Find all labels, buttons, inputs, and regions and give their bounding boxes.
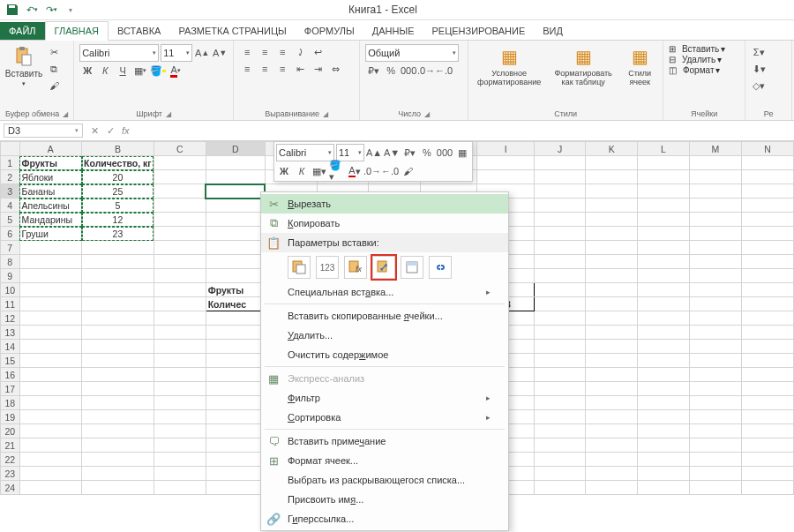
number-format-select[interactable]: Общий▾ <box>365 44 459 62</box>
cell-C6[interactable] <box>154 227 206 241</box>
cell-D18[interactable] <box>206 396 265 410</box>
cell-B21[interactable] <box>82 438 154 453</box>
cell-K15[interactable] <box>586 354 638 368</box>
cell-B8[interactable] <box>82 255 154 269</box>
bold-button[interactable]: Ж <box>79 63 95 79</box>
font-name-select[interactable]: Calibri▾ <box>79 44 159 62</box>
cell-N7[interactable] <box>741 241 793 255</box>
cell-B23[interactable] <box>82 467 154 481</box>
cell-N22[interactable] <box>741 453 793 467</box>
cell-N23[interactable] <box>741 467 793 481</box>
row-header-9[interactable]: 9 <box>1 269 20 283</box>
fill-color-icon[interactable]: 🪣 <box>150 63 166 79</box>
cell-C15[interactable] <box>154 354 206 368</box>
col-header-A[interactable]: A <box>19 142 82 156</box>
cell-A21[interactable] <box>19 438 82 453</box>
cell-B20[interactable] <box>82 424 154 438</box>
cell-K18[interactable] <box>586 396 638 410</box>
cell-A8[interactable] <box>19 255 82 269</box>
cell-C1[interactable] <box>154 156 206 170</box>
mini-border-icon[interactable]: ▦▾ <box>311 163 327 179</box>
cell-M17[interactable] <box>689 382 741 396</box>
row-header-1[interactable]: 1 <box>1 156 20 170</box>
ctx-insert-copied[interactable]: Вставить скопированные ячейки... <box>261 306 508 326</box>
ctx-pick-from-list[interactable]: Выбрать из раскрывающегося списка... <box>261 470 508 490</box>
cell-M20[interactable] <box>689 424 741 438</box>
cell-J15[interactable] <box>535 354 586 368</box>
increase-font-icon[interactable]: A▲ <box>194 45 210 61</box>
cell-L11[interactable] <box>638 297 690 311</box>
ctx-insert-comment[interactable]: 🗨Вставить примечание <box>261 431 508 451</box>
cell-M18[interactable] <box>689 396 741 410</box>
wrap-text-icon[interactable]: ↩ <box>310 44 326 60</box>
ctx-cut[interactable]: ✂Вырезать <box>261 194 508 214</box>
row-header-14[interactable]: 14 <box>1 340 20 354</box>
cell-D3[interactable] <box>206 184 265 199</box>
cell-A2[interactable]: Яблоки <box>19 170 82 184</box>
cell-D17[interactable] <box>206 382 265 396</box>
conditional-formatting-button[interactable]: ▦Условное форматирование <box>474 44 544 86</box>
cell-B17[interactable] <box>82 382 154 396</box>
cell-N11[interactable] <box>741 297 793 311</box>
percent-icon[interactable]: % <box>383 63 399 79</box>
ctx-filter[interactable]: Фильтр▸ <box>261 388 508 408</box>
cell-D9[interactable] <box>206 269 265 283</box>
cell-C2[interactable] <box>154 170 206 184</box>
cell-B24[interactable] <box>82 481 154 495</box>
cell-K21[interactable] <box>586 438 638 453</box>
mini-italic-button[interactable]: К <box>294 163 310 179</box>
cell-D15[interactable] <box>206 354 265 368</box>
cell-B10[interactable] <box>82 283 154 297</box>
cell-N8[interactable] <box>741 255 793 269</box>
row-header-4[interactable]: 4 <box>1 199 20 213</box>
cell-A24[interactable] <box>19 481 82 495</box>
align-center-icon[interactable]: ≡ <box>257 61 273 77</box>
cell-D5[interactable] <box>206 213 265 227</box>
cell-M5[interactable] <box>689 213 741 227</box>
ctx-copy[interactable]: ⧉Копировать <box>261 214 508 233</box>
cell-D4[interactable] <box>206 199 265 213</box>
cell-L16[interactable] <box>638 368 690 382</box>
insert-cells-button[interactable]: ⊞ Вставить▾ <box>669 44 725 54</box>
cell-styles-button[interactable]: ▦Стили ячеек <box>622 44 657 86</box>
cell-B18[interactable] <box>82 396 154 410</box>
mini-bold-button[interactable]: Ж <box>276 163 292 179</box>
ctx-format-cells[interactable]: ⊞Формат ячеек... <box>261 451 508 470</box>
cell-J19[interactable] <box>535 410 586 424</box>
cell-C14[interactable] <box>154 340 206 354</box>
cell-M15[interactable] <box>689 354 741 368</box>
cell-B11[interactable] <box>82 297 154 311</box>
cell-K20[interactable] <box>586 424 638 438</box>
ctx-clear[interactable]: Очистить содержимое <box>261 345 508 364</box>
cell-N10[interactable] <box>741 283 793 297</box>
cell-M9[interactable] <box>689 269 741 283</box>
cell-C13[interactable] <box>154 326 206 340</box>
cell-A3[interactable]: Бананы <box>19 184 82 199</box>
cell-M6[interactable] <box>689 227 741 241</box>
row-header-2[interactable]: 2 <box>1 170 20 184</box>
format-cells-button[interactable]: ◫ Формат▾ <box>669 65 720 75</box>
cell-J8[interactable] <box>535 255 586 269</box>
mini-currency-icon[interactable]: ₽▾ <box>401 145 417 161</box>
cell-K19[interactable] <box>586 410 638 424</box>
cell-N15[interactable] <box>741 354 793 368</box>
cell-B5[interactable]: 12 <box>82 213 154 227</box>
cell-L5[interactable] <box>638 213 690 227</box>
cancel-icon[interactable]: ✕ <box>86 125 102 137</box>
cell-L24[interactable] <box>638 481 690 495</box>
cell-K13[interactable] <box>586 326 638 340</box>
tab-file[interactable]: ФАЙЛ <box>0 22 45 40</box>
cell-C20[interactable] <box>154 424 206 438</box>
cell-A1[interactable]: Фрукты <box>19 156 82 170</box>
align-bottom-icon[interactable]: ≡ <box>274 44 290 60</box>
cell-L12[interactable] <box>638 311 690 326</box>
ctx-hyperlink[interactable]: 🔗Гиперссылка... <box>261 509 508 528</box>
align-right-icon[interactable]: ≡ <box>274 61 290 77</box>
cell-K11[interactable] <box>586 297 638 311</box>
cell-C17[interactable] <box>154 382 206 396</box>
cell-C21[interactable] <box>154 438 206 453</box>
cell-J4[interactable] <box>535 199 586 213</box>
row-header-19[interactable]: 19 <box>1 410 20 424</box>
row-header-24[interactable]: 24 <box>1 481 20 495</box>
increase-indent-icon[interactable]: ⇥ <box>310 61 326 77</box>
